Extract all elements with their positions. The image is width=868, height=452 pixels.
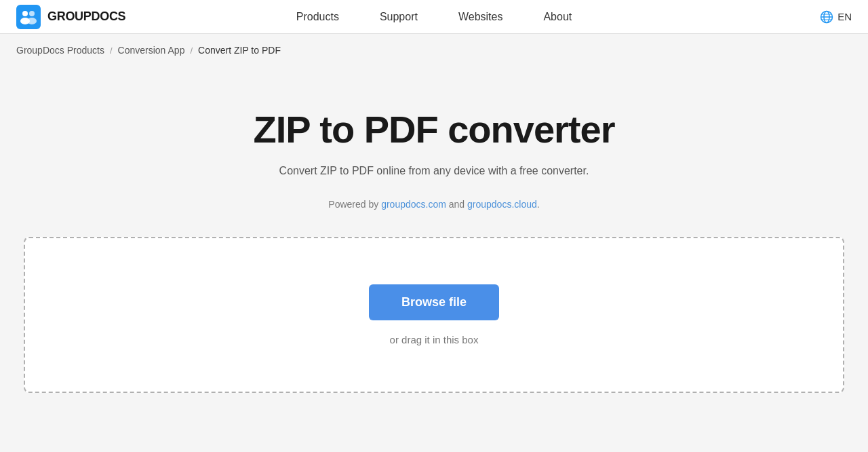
- powered-by-middle: and: [446, 199, 467, 210]
- svg-point-2: [29, 11, 35, 16]
- breadcrumb-link-groupdocs[interactable]: GroupDocs Products: [16, 45, 104, 56]
- powered-by: Powered by groupdocs.com and groupdocs.c…: [328, 199, 539, 210]
- page-title: ZIP to PDF converter: [254, 107, 615, 151]
- logo-text: GROUPDOCS: [47, 10, 125, 24]
- browse-file-button[interactable]: Browse file: [369, 284, 499, 320]
- globe-icon: [820, 10, 833, 24]
- main-nav: Products Support Websites About: [296, 11, 572, 23]
- main-content: ZIP to PDF converter Convert ZIP to PDF …: [0, 67, 868, 420]
- powered-by-suffix: .: [537, 199, 540, 210]
- nav-websites[interactable]: Websites: [458, 11, 503, 23]
- logo[interactable]: GROUPDOCS: [16, 5, 125, 29]
- svg-rect-0: [16, 5, 41, 29]
- breadcrumb-current: Convert ZIP to PDF: [198, 45, 281, 56]
- powered-by-prefix: Powered by: [328, 199, 381, 210]
- breadcrumb-sep-1: /: [110, 45, 113, 56]
- svg-point-1: [22, 11, 28, 16]
- drag-text: or drag it in this box: [390, 334, 479, 345]
- breadcrumb-sep-2: /: [190, 45, 193, 56]
- breadcrumb-link-conversion-app[interactable]: Conversion App: [118, 45, 185, 56]
- groupdocs-com-link[interactable]: groupdocs.com: [381, 199, 446, 210]
- header: GROUPDOCS Products Support Websites Abou…: [0, 0, 868, 34]
- svg-point-4: [27, 18, 37, 24]
- page-subtitle: Convert ZIP to PDF online from any devic…: [279, 165, 589, 177]
- groupdocs-logo-icon: [16, 5, 41, 29]
- breadcrumb: GroupDocs Products / Conversion App / Co…: [0, 34, 868, 67]
- drop-zone[interactable]: Browse file or drag it in this box: [24, 237, 844, 393]
- nav-support[interactable]: Support: [380, 11, 418, 23]
- nav-products[interactable]: Products: [296, 11, 339, 23]
- nav-about[interactable]: About: [543, 11, 572, 23]
- language-selector[interactable]: EN: [820, 10, 852, 24]
- lang-label: EN: [837, 11, 852, 22]
- groupdocs-cloud-link[interactable]: groupdocs.cloud: [467, 199, 537, 210]
